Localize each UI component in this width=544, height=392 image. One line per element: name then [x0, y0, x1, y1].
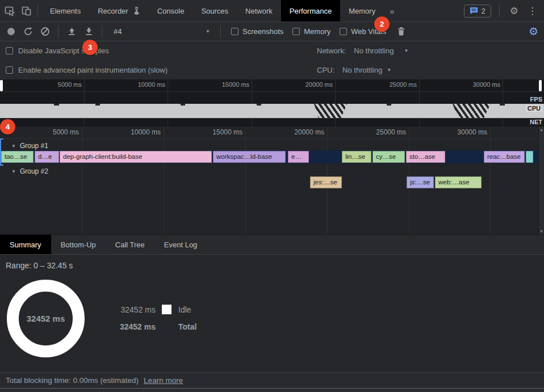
cpu-throttle-label: CPU: — [317, 66, 334, 74]
overview-tick-label: 5000 ms — [39, 81, 82, 88]
advanced-paint-checkbox[interactable]: Enable advanced paint instrumentation (s… — [0, 66, 168, 74]
toolbar-divider — [102, 26, 102, 38]
flame-bar[interactable]: lin…se — [342, 151, 371, 163]
tab-network[interactable]: Network — [237, 0, 281, 22]
flame-bar[interactable] — [526, 151, 533, 163]
group-name: Group #2 — [20, 167, 48, 175]
reload-and-record-button[interactable] — [20, 24, 35, 39]
flame-bar[interactable]: reac…base — [484, 151, 525, 163]
overview-gridline — [419, 79, 420, 127]
track-group-header[interactable]: ▼Group #1 — [0, 140, 538, 152]
tab-label: Recorder — [98, 7, 128, 15]
overview-right-handle[interactable] — [539, 80, 542, 91]
chevron-down-icon: ▼ — [387, 68, 391, 73]
messages-count: 2 — [482, 7, 486, 15]
toolbar-divider — [58, 26, 58, 38]
legend-value: 32452 ms — [118, 305, 156, 314]
overview-left-handle[interactable] — [0, 80, 3, 91]
checkbox-label: Screenshots — [242, 27, 283, 36]
scroll-up-icon[interactable]: ▲ — [539, 128, 543, 132]
scroll-down-icon[interactable]: ▼ — [539, 229, 543, 233]
block-icon — [40, 27, 50, 36]
tab-recorder[interactable]: Recorder — [89, 0, 148, 22]
cpu-activity-notch — [500, 104, 505, 106]
tab-elements[interactable]: Elements — [41, 0, 89, 22]
flame-bar[interactable]: web:…ase — [435, 176, 482, 188]
flame-bar[interactable]: sto…ase — [406, 151, 445, 163]
network-throttle-label: Network: — [317, 47, 346, 55]
summary-legend: 32452 msIdle32452 msTotal — [118, 305, 212, 339]
cpu-throttling-select[interactable]: CPU: No throttling ▼ — [317, 66, 391, 74]
inspect-element-icon[interactable] — [5, 6, 15, 16]
record-icon — [7, 28, 15, 35]
details-tab-bottom-up[interactable]: Bottom-Up — [51, 235, 106, 254]
overview-tick-label: 10000 ms — [122, 81, 165, 88]
options-row-2: Enable advanced paint instrumentation (s… — [0, 60, 544, 79]
flame-bar[interactable]: cy…se — [373, 151, 405, 163]
checkbox-icon — [6, 47, 13, 54]
clear-button[interactable] — [37, 24, 52, 39]
download-icon — [84, 27, 94, 36]
flame-scrollbar[interactable]: ▲ ▼ — [538, 127, 544, 234]
timeline-overview[interactable]: 5000 ms10000 ms15000 ms20000 ms25000 ms3… — [0, 79, 544, 127]
advanced-paint-label: Enable advanced paint instrumentation (s… — [18, 66, 168, 74]
flame-chart[interactable]: 5000 ms10000 ms15000 ms20000 ms25000 ms3… — [0, 127, 544, 234]
flame-bar[interactable]: js:…se — [407, 176, 434, 188]
trash-icon — [397, 27, 405, 36]
flame-tick-label: 30000 ms — [436, 128, 487, 136]
track-bars-row: jes:…sejs:…seweb:…ase — [0, 176, 538, 189]
upload-icon — [67, 27, 77, 36]
overview-gridline — [252, 79, 252, 127]
overview-tick-label: 20000 ms — [290, 81, 333, 88]
flame-tick-label: 10000 ms — [110, 128, 161, 136]
learn-more-link[interactable]: Learn more — [144, 376, 183, 385]
console-messages-badge[interactable]: 2 — [464, 5, 491, 18]
legend-swatch — [162, 305, 171, 314]
device-toolbar-icon[interactable] — [21, 6, 32, 16]
flame-bar[interactable]: e… — [288, 151, 309, 163]
network-throttling-select[interactable]: Network: No throttling ▼ — [317, 47, 408, 55]
checkbox-icon — [6, 66, 13, 74]
flame-bar[interactable]: d…e — [35, 151, 59, 163]
overview-gridline — [84, 79, 85, 127]
cpu-throttle-value: No throttling — [342, 66, 382, 74]
legend-value: 32452 ms — [118, 322, 156, 331]
save-profile-button[interactable] — [81, 24, 96, 39]
chevron-down-icon: ▼ — [206, 29, 210, 34]
screenshots-checkbox[interactable]: Screenshots — [227, 27, 288, 36]
record-button[interactable] — [3, 24, 18, 39]
details-tab-event-log[interactable]: Event Log — [154, 235, 207, 254]
memory-checkbox[interactable]: Memory — [288, 27, 335, 36]
flame-tick-label: 20000 ms — [273, 128, 324, 136]
flame-bar[interactable]: dep-graph-client:build-base — [60, 151, 212, 163]
checkbox-icon — [340, 28, 347, 35]
track-group-header[interactable]: ▼Group #2 — [0, 165, 538, 178]
tab-label: Console — [157, 7, 185, 15]
overview-net-lane: NET — [0, 118, 544, 127]
details-tab-call-tree[interactable]: Call Tree — [106, 235, 154, 254]
load-profile-button[interactable] — [64, 24, 79, 39]
annotation-badge-4: 4 — [0, 119, 15, 134]
overview-ruler: 5000 ms10000 ms15000 ms20000 ms25000 ms3… — [0, 79, 544, 92]
group-name: Group #1 — [20, 142, 48, 150]
legend-row: 32452 msTotal — [118, 322, 212, 331]
total-blocking-time-text: Total blocking time: 0.00ms (estimated) — [6, 376, 139, 385]
range-text: Range: 0 – 32.45 s — [6, 261, 73, 270]
details-tab-summary[interactable]: Summary — [0, 235, 51, 254]
capture-settings-gear-icon[interactable]: ⚙ — [526, 25, 541, 38]
track-bars-row: tao…sed…edep-graph-client:build-basework… — [0, 150, 538, 163]
tab-sources[interactable]: Sources — [193, 0, 237, 22]
flame-bar[interactable]: jes:…se — [310, 176, 342, 188]
history-select[interactable]: #4 ▼ — [108, 24, 215, 39]
status-bar: Total blocking time: 0.00ms (estimated) … — [0, 372, 544, 388]
flame-ruler: 5000 ms10000 ms15000 ms20000 ms25000 ms3… — [0, 127, 538, 139]
kebab-menu-icon[interactable]: ⋮ — [525, 5, 539, 17]
garbage-collect-button[interactable] — [394, 24, 409, 39]
tab-label: Elements — [50, 7, 81, 15]
settings-gear-icon[interactable]: ⚙ — [508, 5, 521, 17]
flame-bar[interactable]: workspac…ld-base — [213, 151, 286, 163]
performance-toolbar: #4 ▼ ScreenshotsMemoryWeb Vitals ⚙ — [0, 22, 544, 41]
tab-performance[interactable]: Performance — [281, 0, 340, 22]
tab-console[interactable]: Console — [149, 0, 193, 22]
flame-bar[interactable]: tao…se — [1, 151, 34, 163]
